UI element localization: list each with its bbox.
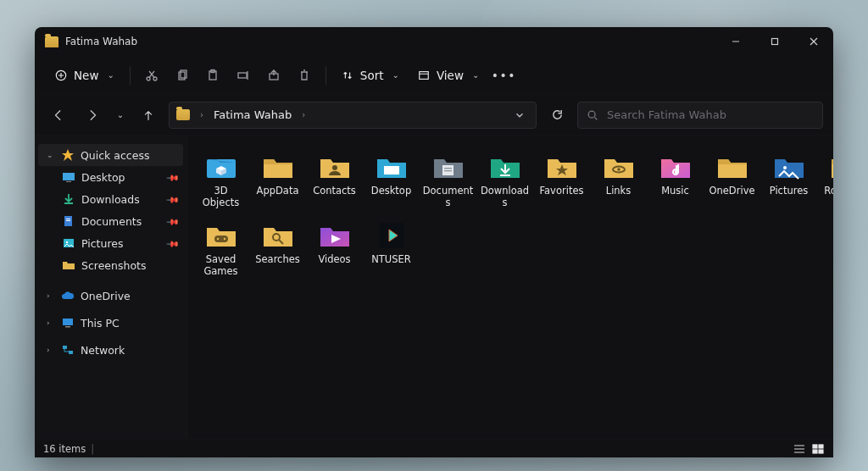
item-searches[interactable]: Searches: [251, 216, 304, 281]
history-dropdown[interactable]: [510, 106, 529, 125]
sidebar-label: Quick access: [81, 149, 149, 162]
forward-button[interactable]: [79, 102, 106, 129]
recent-dropdown[interactable]: ⌄: [113, 102, 128, 129]
folder-desktop-icon: [374, 151, 409, 181]
pin-icon: 📌: [166, 170, 180, 184]
item-desktop[interactable]: Desktop: [364, 147, 418, 213]
svg-rect-38: [444, 168, 452, 169]
item-videos[interactable]: Videos: [308, 216, 361, 281]
item-documents[interactable]: Documents: [421, 147, 475, 213]
window-body: ⌄ Quick access Desktop 📌 Downloads 📌: [35, 136, 833, 439]
view-button-label: View: [437, 69, 464, 82]
folder-games-icon: [203, 219, 239, 250]
folder-icon: [828, 151, 834, 181]
window-controls: [716, 27, 833, 56]
item-onedrive[interactable]: OneDrive: [705, 147, 759, 213]
up-button[interactable]: [135, 102, 162, 129]
sidebar-onedrive[interactable]: › OneDrive: [38, 285, 183, 307]
folder-icon: [62, 258, 75, 272]
chevron-down-icon: ⌄: [107, 70, 114, 80]
pictures-icon: [62, 236, 75, 250]
item-saved-games[interactable]: Saved Games: [194, 216, 248, 281]
view-button[interactable]: View ⌄: [409, 64, 487, 86]
svg-point-42: [617, 168, 620, 171]
folder-contacts-icon: [317, 151, 353, 181]
svg-marker-22: [62, 149, 74, 161]
sidebar-network[interactable]: › Network: [38, 339, 183, 361]
svg-rect-59: [813, 450, 817, 453]
sort-button[interactable]: Sort ⌄: [333, 64, 408, 86]
star-icon: [61, 148, 75, 162]
separator: [130, 66, 131, 85]
svg-rect-58: [819, 445, 823, 448]
documents-icon: [62, 214, 75, 228]
item-appdata[interactable]: AppData: [251, 147, 304, 213]
content-pane[interactable]: 3D Objects AppData Contacts Desktop: [187, 136, 833, 439]
sidebar-screenshots[interactable]: Screenshots: [38, 254, 183, 276]
item-music[interactable]: Music: [648, 147, 702, 213]
delete-button[interactable]: [290, 61, 319, 90]
refresh-button[interactable]: [543, 102, 570, 129]
item-ntuser[interactable]: NTUSER: [364, 216, 418, 281]
network-icon: [61, 343, 75, 357]
address-row: ⌄ › Fatima Wahab ›: [35, 95, 833, 136]
maximize-button[interactable]: [755, 27, 794, 56]
address-bar[interactable]: › Fatima Wahab ›: [169, 102, 537, 129]
svg-rect-39: [444, 170, 452, 171]
item-3d-objects[interactable]: 3D Objects: [194, 147, 248, 213]
share-button[interactable]: [259, 61, 288, 90]
folder-documents-icon: [431, 151, 466, 181]
more-button[interactable]: •••: [489, 61, 518, 90]
svg-rect-27: [66, 220, 70, 221]
item-downloads[interactable]: Downloads: [478, 147, 531, 213]
item-links[interactable]: Links: [592, 147, 645, 213]
close-button[interactable]: [794, 27, 833, 56]
new-button[interactable]: New ⌄: [47, 64, 123, 86]
icons-view-button[interactable]: [811, 443, 825, 455]
svg-rect-45: [214, 236, 228, 242]
search-box[interactable]: [577, 102, 823, 129]
sidebar-quick-access[interactable]: ⌄ Quick access: [38, 144, 183, 166]
item-contacts[interactable]: Contacts: [308, 147, 361, 213]
svg-point-46: [216, 238, 218, 240]
sidebar-pictures[interactable]: Pictures 📌: [38, 232, 183, 254]
rename-button[interactable]: [229, 61, 258, 90]
svg-rect-24: [66, 181, 71, 182]
breadcrumb-segment[interactable]: Fatima Wahab: [214, 108, 292, 121]
new-button-label: New: [74, 69, 98, 82]
svg-point-44: [783, 166, 787, 169]
copy-button[interactable]: [168, 61, 197, 90]
cut-button[interactable]: [137, 61, 166, 90]
nav-pane: ⌄ Quick access Desktop 📌 Downloads 📌: [35, 136, 187, 439]
folder-downloads-icon: [487, 151, 523, 181]
sidebar-documents[interactable]: Documents 📌: [38, 210, 183, 232]
sidebar-desktop[interactable]: Desktop 📌: [38, 166, 183, 188]
svg-rect-32: [63, 346, 67, 349]
item-favorites[interactable]: Favorites: [535, 147, 588, 213]
details-view-button[interactable]: [793, 443, 806, 455]
svg-rect-12: [181, 70, 186, 78]
paste-button[interactable]: [198, 61, 227, 90]
svg-rect-60: [819, 450, 823, 453]
desktop-icon: [62, 170, 75, 184]
chevron-right-icon: ›: [47, 346, 55, 354]
back-button[interactable]: [45, 102, 72, 129]
svg-rect-15: [238, 73, 247, 78]
folder-icon: [260, 151, 296, 181]
item-roaming[interactable]: Roaming: [819, 147, 833, 213]
chevron-right-icon: ›: [47, 291, 55, 300]
chevron-right-icon: ›: [47, 319, 55, 327]
sidebar-thispc[interactable]: › This PC: [38, 312, 183, 334]
sidebar-label: Network: [81, 344, 125, 357]
svg-rect-36: [384, 166, 399, 175]
item-pictures[interactable]: Pictures: [762, 147, 815, 213]
sidebar-label: Desktop: [81, 171, 125, 184]
folder-icon: [715, 151, 750, 181]
sidebar-downloads[interactable]: Downloads 📌: [38, 188, 183, 210]
svg-rect-23: [63, 173, 75, 180]
folder-music-icon: [658, 151, 693, 181]
svg-point-20: [588, 111, 595, 118]
svg-rect-26: [66, 219, 70, 219]
search-input[interactable]: [607, 108, 814, 121]
minimize-button[interactable]: [716, 27, 755, 56]
